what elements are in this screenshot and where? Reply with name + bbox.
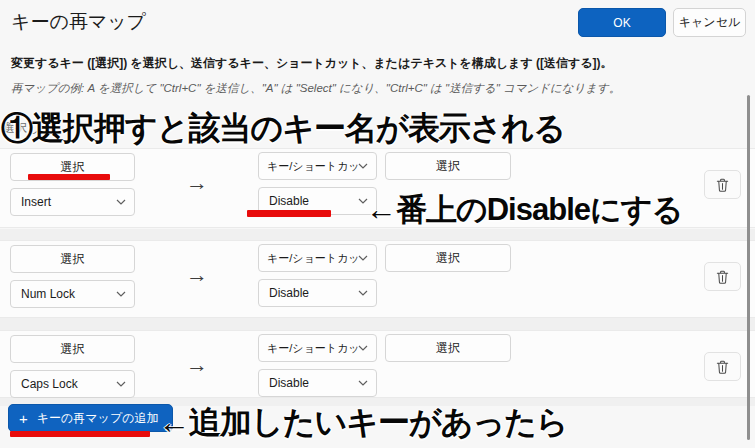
target-key-dropdown[interactable]: Disable [258, 369, 377, 397]
description-line1: 変更するキー ([選択]) を選択し、送信するキー、ショートカット、またはテキス… [11, 55, 613, 72]
marker-underline-disable [247, 210, 331, 217]
source-key-dropdown[interactable]: Num Lock [10, 280, 135, 308]
row-separator [0, 318, 755, 330]
maps-to-arrow-icon: → [186, 262, 208, 288]
send-type-dropdown[interactable]: キー/ショートカットの送 [258, 152, 377, 180]
maps-to-arrow-icon: → [186, 170, 208, 196]
chevron-down-icon [116, 291, 126, 297]
select-target-key-button[interactable]: 選択 [385, 244, 511, 272]
target-key-value: Disable [259, 286, 358, 300]
source-key-dropdown[interactable]: Caps Lock [10, 370, 135, 398]
annotation-top: ①選択押すと該当のキー名が表示される [1, 107, 565, 151]
chevron-down-icon [116, 199, 126, 205]
send-type-dropdown[interactable]: キー/ショートカットの送 [258, 244, 377, 272]
annotation-bottom: ←追加したいキーがあったら [158, 401, 568, 445]
remap-keys-dialog: キーの再マップ OK キャンセル 変更するキー ([選択]) を選択し、送信する… [0, 0, 755, 448]
add-key-remap-label: キーの再マップの追加 [37, 410, 159, 427]
send-type-dropdown[interactable]: キー/ショートカットの送 [258, 334, 377, 362]
plus-icon: + [19, 411, 28, 426]
vertical-scrollbar-thumb[interactable] [747, 95, 750, 440]
source-key-value: Num Lock [11, 287, 116, 301]
trash-icon [715, 177, 730, 193]
cancel-button[interactable]: キャンセル [673, 8, 746, 37]
chevron-down-icon [116, 381, 126, 387]
maps-to-arrow-icon: → [186, 352, 208, 378]
delete-row-button[interactable] [704, 170, 741, 199]
select-source-key-button[interactable]: 選択 [10, 335, 135, 363]
source-key-value: Insert [11, 195, 116, 209]
select-source-key-button[interactable]: 選択 [10, 245, 135, 273]
source-key-value: Caps Lock [11, 377, 116, 391]
ok-button[interactable]: OK [578, 8, 666, 37]
trash-icon [715, 269, 730, 285]
source-key-dropdown[interactable]: Insert [10, 188, 135, 216]
page-title: キーの再マップ [11, 9, 146, 35]
target-key-dropdown[interactable]: Disable [258, 279, 377, 307]
select-target-key-button[interactable]: 選択 [385, 152, 511, 180]
chevron-down-icon [358, 290, 368, 296]
chevron-down-icon [358, 380, 368, 386]
remap-row: 選択 Num Lock → キー/ショートカットの送 選択 Disable [0, 240, 755, 318]
target-key-value: Disable [259, 194, 358, 208]
annotation-middle: ←番上のDisableにする [366, 189, 682, 231]
send-type-value: キー/ショートカットの送 [259, 251, 358, 266]
target-key-value: Disable [259, 376, 358, 390]
delete-row-button[interactable] [704, 352, 741, 381]
chevron-down-icon [358, 163, 368, 169]
description-line2: 再マップの例: A を選択して "Ctrl+C" を送信し、"A" は "Sel… [11, 81, 620, 96]
chevron-down-icon [358, 345, 368, 351]
trash-icon [715, 359, 730, 375]
send-type-value: キー/ショートカットの送 [259, 159, 358, 174]
select-target-key-button[interactable]: 選択 [385, 334, 511, 362]
marker-underline-add [10, 431, 150, 437]
marker-underline-select [28, 174, 110, 180]
add-key-remap-button[interactable]: + キーの再マップの追加 [8, 404, 173, 432]
send-type-value: キー/ショートカットの送 [259, 341, 358, 356]
chevron-down-icon [358, 255, 368, 261]
delete-row-button[interactable] [704, 262, 741, 291]
remap-row: 選択 Caps Lock → キー/ショートカットの送 選択 Disable [0, 330, 755, 398]
